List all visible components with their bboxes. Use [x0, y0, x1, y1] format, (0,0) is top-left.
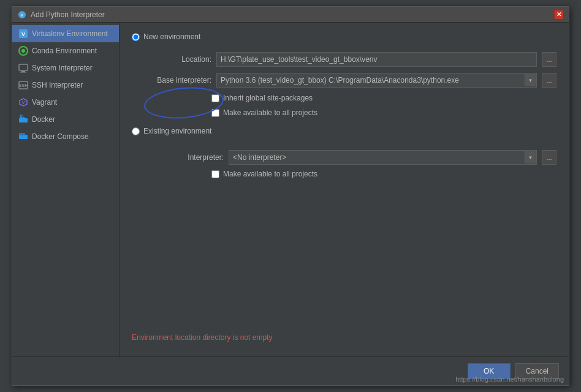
sidebar-item-virtualenv[interactable]: V Virtualenv Environment: [12, 25, 119, 42]
sidebar-item-ssh-label: SSH Interpreter: [32, 81, 83, 89]
svg-rect-16: [20, 115, 22, 117]
virtualenv-icon: V: [18, 29, 28, 39]
new-environment-section: New environment: [132, 32, 556, 41]
interpreter-select[interactable]: <No interpreter>: [229, 150, 537, 165]
svg-rect-18: [19, 133, 25, 135]
svg-point-5: [21, 49, 25, 53]
svg-text:V: V: [22, 100, 25, 105]
sidebar-item-conda-label: Conda Environment: [32, 47, 97, 55]
sidebar-item-docker-compose-label: Docker Compose: [32, 132, 89, 141]
sidebar-item-vagrant-label: Vagrant: [32, 98, 57, 107]
dialog-title: Add Python Interpreter: [31, 10, 554, 19]
sidebar-item-system-label: System Interpreter: [32, 64, 93, 72]
location-input[interactable]: [216, 52, 537, 67]
svg-text:SSH: SSH: [19, 83, 28, 88]
conda-icon: [18, 46, 28, 56]
docker-compose-icon: [18, 132, 28, 141]
svg-rect-8: [20, 72, 26, 73]
sidebar-item-virtualenv-label: Virtualenv Environment: [32, 29, 108, 38]
dialog-window: + Add Python Interpreter ✕ V Virtualenv …: [12, 6, 569, 386]
interpreter-combo-wrapper: <No interpreter> ▼: [229, 150, 537, 165]
make-available-existing-label[interactable]: Make available to all projects: [223, 170, 317, 178]
location-label: Location:: [144, 55, 211, 64]
base-interpreter-row: Base interpreter: Python 3.6 (test_video…: [144, 73, 556, 88]
ssh-icon: SSH: [18, 80, 28, 90]
existing-section: Interpreter: <No interpreter> ▼ ... Make…: [144, 150, 556, 178]
sidebar: V Virtualenv Environment Conda Environme…: [12, 23, 120, 356]
dialog-body: V Virtualenv Environment Conda Environme…: [12, 23, 569, 356]
inherit-checkbox-row: Inherit global site-packages: [211, 94, 556, 102]
existing-environment-label[interactable]: Existing environment: [143, 127, 211, 135]
inherit-label[interactable]: Inherit global site-packages: [223, 94, 313, 102]
svg-text:+: +: [20, 12, 23, 18]
base-interpreter-browse-button[interactable]: ...: [542, 73, 556, 88]
svg-text:V: V: [21, 31, 25, 37]
svg-rect-13: [19, 118, 28, 123]
make-available-new-row: Make available to all projects: [211, 108, 556, 117]
close-button[interactable]: ✕: [554, 10, 564, 20]
error-message: Environment location directory is not em…: [132, 328, 556, 347]
new-environment-label[interactable]: New environment: [143, 32, 200, 41]
title-bar: + Add Python Interpreter ✕: [12, 7, 569, 23]
sidebar-item-vagrant[interactable]: V Vagrant: [12, 94, 119, 111]
interpreter-browse-button[interactable]: ...: [542, 150, 556, 165]
section-divider: Existing environment: [132, 127, 556, 140]
make-available-existing-checkbox[interactable]: [211, 170, 219, 178]
vagrant-icon: V: [18, 97, 28, 107]
existing-environment-section: Existing environment: [132, 127, 556, 135]
svg-rect-15: [23, 117, 25, 119]
system-icon: [18, 63, 28, 73]
sidebar-item-ssh[interactable]: SSH SSH Interpreter: [12, 77, 119, 94]
sidebar-item-system[interactable]: System Interpreter: [12, 59, 119, 77]
svg-rect-17: [19, 135, 28, 139]
base-interpreter-label: Base interpreter:: [144, 76, 211, 85]
location-browse-button[interactable]: ...: [542, 52, 556, 67]
title-bar-icon: +: [17, 10, 27, 20]
interpreter-label: Interpreter:: [156, 153, 224, 162]
sidebar-item-docker-label: Docker: [32, 115, 55, 124]
location-row: Location: ...: [144, 52, 556, 67]
main-content: New environment Location: ... Base inter…: [120, 23, 569, 356]
watermark: https://blog.csdn.net/hanshanbulong: [455, 375, 564, 383]
make-available-existing-row: Make available to all projects: [211, 170, 556, 178]
existing-environment-radio[interactable]: [132, 127, 140, 135]
inherit-checkbox[interactable]: [211, 94, 219, 102]
new-environment-radio[interactable]: [132, 33, 140, 41]
svg-rect-6: [19, 64, 28, 70]
base-interpreter-select[interactable]: Python 3.6 (test_video_gt_bbox) C:\Progr…: [216, 73, 537, 88]
sidebar-item-conda[interactable]: Conda Environment: [12, 42, 119, 59]
make-available-new-label[interactable]: Make available to all projects: [223, 108, 317, 117]
sidebar-item-docker[interactable]: Docker: [12, 111, 119, 128]
base-interpreter-combo-wrapper: Python 3.6 (test_video_gt_bbox) C:\Progr…: [216, 73, 537, 88]
make-available-new-checkbox[interactable]: [211, 109, 219, 117]
interpreter-row: Interpreter: <No interpreter> ▼ ...: [156, 150, 556, 165]
sidebar-item-docker-compose[interactable]: Docker Compose: [12, 128, 119, 145]
docker-icon: [18, 115, 28, 124]
